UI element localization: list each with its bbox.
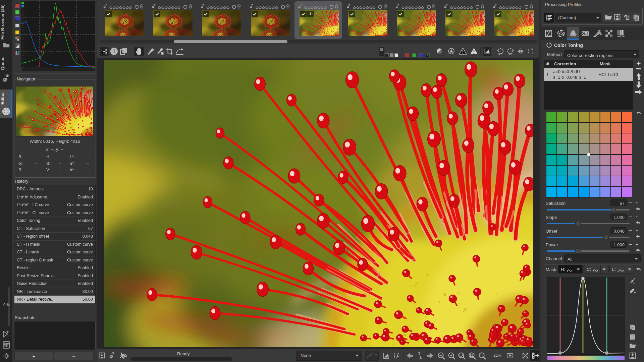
svg-text:90°: 90° [508,53,513,56]
svg-text:1:1: 1:1 [480,354,483,357]
svg-text:META: META [618,35,625,38]
svg-text:90°: 90° [498,53,503,56]
